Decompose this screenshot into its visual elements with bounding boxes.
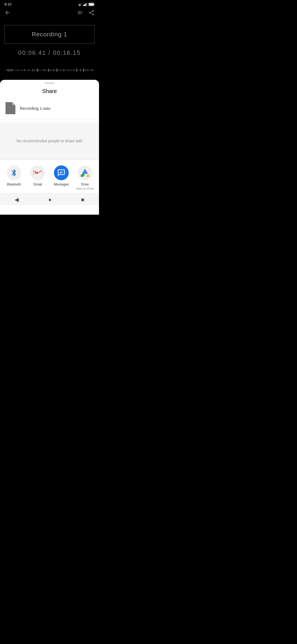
file-icon [6,102,15,114]
svg-rect-47 [83,69,84,72]
svg-rect-5 [84,4,85,6]
svg-rect-30 [44,69,45,71]
no-people-text: No recommended people to share with [6,130,94,151]
svg-rect-23 [28,69,29,71]
svg-rect-26 [34,70,35,71]
svg-rect-21 [24,69,25,71]
svg-rect-51 [92,69,92,71]
svg-rect-27 [37,69,38,72]
bluetooth-label: Bluetooth [7,182,21,186]
svg-rect-14 [10,69,11,71]
gmail-label: Gmail [33,182,42,186]
bluetooth-icon [10,169,18,177]
back-button[interactable] [4,10,10,17]
wifi-icon [78,3,82,6]
no-people-section: No recommended people to share with [0,122,99,160]
recording-time: 00:06.41 / 00:16.15 [18,49,81,56]
svg-rect-46 [81,69,81,71]
svg-rect-44 [76,69,77,72]
svg-rect-18 [17,69,18,71]
gmail-icon: M [33,170,42,176]
action-bar-right [77,10,95,17]
recording-title: Recording 1 [32,31,67,38]
drive-sublabel: Save to Drive [76,187,94,190]
svg-rect-31 [45,70,46,71]
time-separator: / [46,49,53,56]
svg-rect-37 [59,70,59,71]
svg-rect-48 [86,70,86,71]
svg-rect-36 [57,69,57,72]
share-app-drive[interactable]: Drive Save to Drive [75,165,95,190]
svg-rect-34 [52,70,53,70]
share-app-bluetooth[interactable]: Bluetooth [4,165,24,190]
svg-rect-10 [89,3,94,5]
share-apps: Bluetooth M Gmail [0,160,99,193]
svg-rect-54 [60,173,62,173]
file-name: Recording 1.wav [20,106,51,111]
bluetooth-icon-container [7,165,21,180]
share-title: Share [0,88,99,94]
svg-rect-20 [21,70,22,71]
nav-back-button[interactable]: ◀ [15,196,19,203]
svg-text:M: M [35,171,38,175]
svg-rect-13 [9,69,9,72]
current-time: 00:06.41 [18,49,46,56]
share-button[interactable] [89,10,95,17]
svg-rect-19 [18,70,19,70]
svg-rect-45 [79,70,80,70]
svg-rect-50 [90,70,91,70]
gmail-icon-container: M [30,165,45,180]
battery-icon [89,3,95,6]
svg-rect-33 [50,69,51,71]
svg-rect-28 [38,69,39,71]
action-bar [0,7,99,20]
svg-rect-16 [13,70,13,71]
total-time: 00:16.15 [53,49,81,56]
svg-rect-49 [87,69,88,71]
svg-rect-41 [68,69,68,71]
svg-rect-6 [85,3,86,6]
drive-label: Drive [81,182,89,186]
svg-rect-29 [41,70,42,70]
svg-rect-38 [61,69,61,71]
messages-icon [57,169,65,177]
svg-rect-22 [26,70,26,70]
messages-icon-container [54,165,69,180]
svg-rect-25 [33,69,33,72]
svg-rect-17 [14,70,15,70]
nav-home-button[interactable]: ● [48,197,51,203]
waveform [4,65,95,76]
svg-rect-7 [86,3,87,6]
share-app-gmail[interactable]: M Gmail [28,165,47,190]
share-app-messages[interactable]: Messages [52,165,71,190]
svg-rect-12 [7,69,8,71]
svg-rect-39 [64,69,64,72]
signal-icon [83,3,87,6]
nav-bar: ◀ ● ■ [0,193,99,205]
drive-icon-container [78,165,92,180]
svg-rect-42 [71,70,71,71]
svg-rect-35 [54,69,54,71]
file-row: Recording 1.wav [0,99,99,118]
status-bar: 9:10 [0,0,99,7]
svg-rect-43 [73,69,74,71]
svg-rect-15 [12,69,12,72]
svg-rect-40 [65,70,65,70]
status-icons [78,3,95,6]
svg-rect-9 [94,4,95,5]
svg-rect-24 [30,70,30,70]
svg-rect-4 [83,5,84,6]
svg-rect-32 [48,69,49,72]
divider-1 [0,120,99,120]
messages-label: Messages [54,182,69,186]
recording-title-box: Recording 1 [4,25,95,44]
svg-rect-53 [60,172,63,172]
time-display: 9:10 [4,2,11,6]
recording-area: Recording 1 00:06.41 / 00:16.15 [0,20,99,78]
nav-recent-button[interactable]: ■ [81,197,84,203]
playlist-button[interactable] [77,10,83,17]
sheet-handle [45,83,54,84]
share-sheet: Share Recording 1.wav No recommended peo… [0,80,99,215]
drive-icon [80,169,90,177]
